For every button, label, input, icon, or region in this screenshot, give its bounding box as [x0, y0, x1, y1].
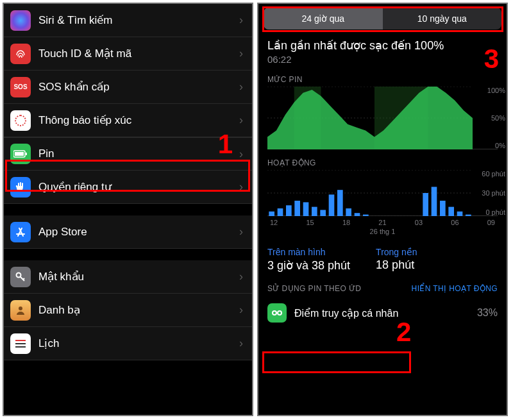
chevron-right-icon: › — [239, 80, 243, 94]
row-label: Pin — [38, 147, 239, 160]
usage-screen-label: Trên màn hình — [267, 247, 350, 257]
row-label: Siri & Tìm kiếm — [38, 13, 239, 27]
battery-level-label: MỨC PIN — [258, 66, 507, 87]
battery-detail-panel: 24 giờ qua 10 ngày qua Lần gần nhất được… — [257, 3, 508, 416]
tab-10d[interactable]: 10 ngày qua — [383, 8, 502, 29]
usage-bg-label: Trong nền — [376, 247, 417, 257]
svg-rect-26 — [337, 190, 343, 216]
row-label: Lịch — [38, 337, 239, 350]
svg-rect-21 — [294, 201, 300, 216]
row-battery[interactable]: Pin › — [4, 137, 252, 171]
x-axis-date: 26 thg 1 — [258, 228, 507, 235]
svg-rect-39 — [448, 207, 454, 216]
last-charge-time: 06:22 — [267, 54, 498, 65]
hotspot-icon — [267, 303, 287, 323]
chevron-right-icon: › — [239, 113, 243, 127]
hand-icon — [10, 177, 31, 197]
row-appstore[interactable]: App Store › — [4, 215, 252, 249]
row-sos[interactable]: SOS SOS khẩn cấp › — [4, 71, 252, 104]
svg-rect-38 — [440, 201, 446, 216]
svg-rect-1 — [15, 152, 24, 156]
chevron-right-icon: › — [239, 270, 243, 283]
chevron-right-icon: › — [239, 337, 243, 350]
svg-rect-37 — [432, 187, 437, 216]
svg-point-43 — [278, 311, 282, 315]
usage-screen: Trên màn hình 3 giờ và 38 phút — [267, 247, 350, 273]
x-axis-ticks: 12 15 18 21 03 06 09 — [258, 216, 507, 226]
row-privacy[interactable]: Quyền riêng tư › — [4, 171, 252, 204]
svg-rect-27 — [346, 208, 351, 216]
row-label: Danh bạ — [38, 303, 239, 317]
activity-chart: 60 phút 30 phút 0 phút — [258, 170, 507, 216]
row-contacts[interactable]: Danh bạ › — [4, 294, 252, 327]
chevron-right-icon: › — [239, 225, 243, 239]
row-label: Thông báo tiếp xúc — [38, 113, 239, 127]
row-siri[interactable]: Siri & Tìm kiếm › — [4, 4, 252, 37]
siri-icon — [10, 10, 31, 31]
svg-rect-40 — [457, 212, 463, 216]
svg-rect-20 — [286, 205, 292, 216]
row-label: Quyền riêng tư — [38, 180, 239, 194]
svg-rect-19 — [278, 208, 283, 216]
row-label: App Store — [38, 226, 239, 239]
appstore-icon — [10, 222, 31, 242]
contacts-icon — [10, 300, 31, 321]
row-touch-id[interactable]: Touch ID & Mật mã › — [4, 37, 252, 71]
svg-rect-25 — [329, 194, 335, 216]
chevron-right-icon: › — [239, 303, 243, 317]
settings-group-3: Mật khẩu › Danh bạ › Lịch › — [4, 260, 252, 360]
svg-rect-2 — [26, 153, 27, 155]
usage-by-app-header: SỬ DỤNG PIN THEO ỨD HIỂN THỊ HOẠT ĐỘNG — [258, 275, 507, 298]
row-label: Touch ID & Mật mã — [38, 47, 239, 60]
battery-level-chart: 100% 50% 0% — [258, 87, 507, 149]
svg-rect-41 — [466, 215, 471, 216]
usage-summary: Trên màn hình 3 giờ và 38 phút Trong nền… — [258, 235, 507, 275]
activity-y-ticks: 60 phút 30 phút 0 phút — [482, 170, 505, 216]
row-label: Mật khẩu — [38, 270, 239, 283]
calendar-icon — [10, 333, 31, 354]
usage-bg: Trong nền 18 phút — [376, 247, 417, 273]
chevron-right-icon: › — [239, 47, 243, 60]
chevron-right-icon: › — [239, 13, 243, 27]
time-range-segmented[interactable]: 24 giờ qua 10 ngày qua — [264, 8, 501, 29]
last-charge-info: Lần gần nhất được sạc đến 100% 06:22 — [258, 29, 507, 66]
svg-rect-23 — [312, 207, 317, 216]
settings-group-2: App Store › — [4, 215, 252, 249]
activity-label: HOẠT ĐỘNG — [258, 149, 507, 170]
row-passwords[interactable]: Mật khẩu › — [4, 260, 252, 294]
svg-rect-22 — [303, 202, 309, 216]
key-icon — [10, 267, 31, 287]
svg-rect-29 — [363, 215, 369, 216]
app-usage-row[interactable]: Điểm truy cập cá nhân 33% — [258, 298, 507, 328]
row-label: SOS khẩn cấp — [38, 80, 239, 94]
usage-screen-value: 3 giờ và 38 phút — [267, 258, 350, 273]
chevron-right-icon: › — [239, 147, 243, 161]
battery-icon — [10, 144, 31, 164]
highlight-usage-byapp — [262, 351, 411, 373]
svg-rect-36 — [423, 193, 428, 216]
tab-24h[interactable]: 24 giờ qua — [264, 8, 383, 29]
row-exposure[interactable]: Thông báo tiếp xúc › — [4, 104, 252, 137]
exposure-icon — [10, 110, 31, 131]
show-activity-link[interactable]: HIỂN THỊ HOẠT ĐỘNG — [412, 284, 498, 293]
svg-point-42 — [273, 311, 276, 315]
settings-list-panel: Siri & Tìm kiếm › Touch ID & Mật mã › SO… — [3, 3, 253, 416]
app-name: Điểm truy cập cá nhân — [294, 307, 477, 319]
usage-bg-value: 18 phút — [376, 258, 417, 272]
usage-by-app-label: SỬ DỤNG PIN THEO ỨD — [267, 284, 361, 293]
chevron-right-icon: › — [239, 180, 243, 194]
svg-rect-18 — [269, 212, 274, 216]
svg-rect-28 — [355, 213, 360, 216]
row-calendar[interactable]: Lịch › — [4, 327, 252, 360]
fingerprint-icon — [10, 44, 31, 64]
app-pct: 33% — [477, 307, 498, 319]
svg-rect-24 — [320, 210, 326, 216]
settings-group-1: Siri & Tìm kiếm › Touch ID & Mật mã › SO… — [4, 4, 252, 204]
svg-point-9 — [19, 307, 22, 310]
svg-line-8 — [23, 278, 24, 280]
sos-icon: SOS — [10, 77, 31, 97]
last-charge-title: Lần gần nhất được sạc đến 100% — [267, 38, 498, 53]
level-y-ticks: 100% 50% 0% — [487, 87, 505, 149]
